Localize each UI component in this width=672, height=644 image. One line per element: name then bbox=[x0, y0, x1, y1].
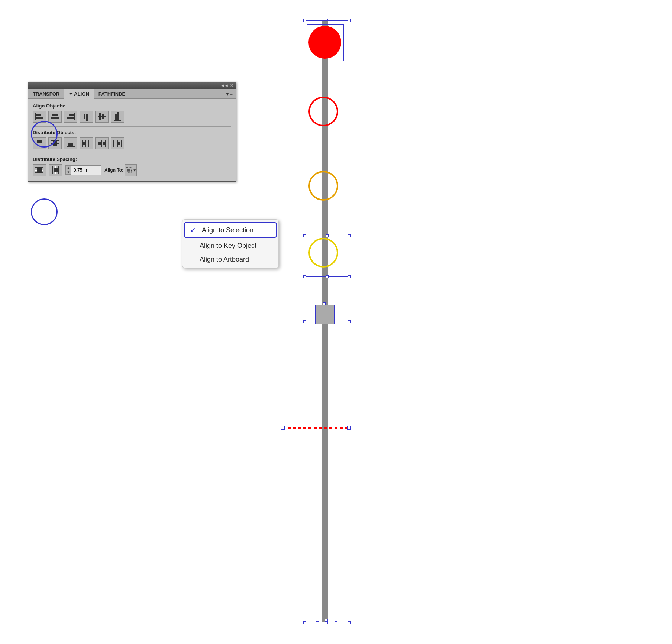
svg-rect-15 bbox=[114, 120, 121, 121]
svg-rect-2 bbox=[36, 117, 43, 119]
tab-transform[interactable]: TRANSFOR bbox=[28, 89, 64, 98]
svg-rect-4 bbox=[52, 114, 58, 116]
align-to-key-object-label: Align to Key Object bbox=[200, 242, 256, 250]
spacing-input[interactable] bbox=[71, 167, 101, 174]
svg-rect-10 bbox=[84, 114, 85, 119]
sel-handle-yellow-tl bbox=[303, 234, 306, 237]
dist-center-h-button[interactable] bbox=[95, 137, 109, 149]
svg-rect-5 bbox=[51, 117, 59, 119]
align-to-artboard-item[interactable]: Align to Artboard bbox=[182, 253, 278, 266]
spinner-down-button[interactable]: ▼ bbox=[66, 170, 71, 175]
signal-mount bbox=[315, 305, 335, 324]
align-to-selection-item[interactable]: ✓ Align to Selection bbox=[184, 222, 277, 238]
svg-rect-3 bbox=[55, 112, 55, 121]
svg-rect-31 bbox=[82, 140, 83, 147]
svg-rect-20 bbox=[35, 146, 43, 146]
svg-rect-14 bbox=[102, 114, 104, 119]
dash-handle-left bbox=[281, 426, 285, 430]
svg-rect-1 bbox=[36, 114, 41, 116]
align-to-button[interactable]: ▼ bbox=[125, 164, 137, 176]
svg-rect-36 bbox=[101, 140, 102, 147]
tab-pathfinder[interactable]: PATHFINDE bbox=[94, 89, 130, 98]
sel-box-red-filled bbox=[307, 24, 344, 61]
svg-rect-0 bbox=[35, 113, 36, 120]
dist-left-button[interactable] bbox=[80, 137, 93, 149]
divider-1 bbox=[33, 126, 231, 127]
svg-rect-34 bbox=[83, 142, 85, 145]
svg-rect-46 bbox=[37, 168, 42, 172]
distribute-spacing-label: Distribute Spacing: bbox=[33, 156, 231, 162]
svg-rect-17 bbox=[117, 112, 119, 120]
sel-handle-yellow-bc bbox=[326, 275, 329, 278]
svg-rect-13 bbox=[99, 113, 101, 120]
checkmark-icon: ✓ bbox=[190, 226, 198, 234]
align-center-vertical-button[interactable] bbox=[95, 111, 109, 123]
align-center-horizontal-button[interactable] bbox=[48, 111, 62, 123]
svg-rect-28 bbox=[67, 143, 75, 143]
svg-rect-21 bbox=[37, 140, 42, 143]
svg-rect-6 bbox=[74, 113, 75, 120]
align-top-button[interactable] bbox=[80, 111, 93, 123]
distribute-spacing-v-button[interactable] bbox=[49, 164, 62, 176]
sel-handle-yellow-tr bbox=[348, 234, 351, 237]
svg-rect-7 bbox=[69, 114, 74, 116]
svg-rect-29 bbox=[67, 146, 75, 147]
svg-rect-45 bbox=[35, 172, 43, 173]
panel-close-button[interactable]: ✕ bbox=[230, 83, 233, 88]
traffic-light-orange-outline bbox=[308, 171, 338, 201]
svg-rect-38 bbox=[98, 142, 101, 145]
svg-rect-19 bbox=[35, 143, 43, 143]
svg-rect-27 bbox=[67, 140, 75, 140]
tab-align[interactable]: ✦ ALIGN bbox=[64, 89, 94, 99]
svg-rect-52 bbox=[55, 166, 56, 168]
svg-rect-33 bbox=[88, 140, 89, 147]
sel-handle-bot-c bbox=[325, 619, 328, 622]
sel-handle-tl bbox=[303, 19, 306, 22]
svg-rect-53 bbox=[55, 172, 56, 174]
svg-rect-16 bbox=[115, 114, 117, 120]
sel-handle-yellow-tc bbox=[326, 234, 329, 237]
svg-rect-55 bbox=[127, 169, 130, 171]
spinner-up-button[interactable]: ▲ bbox=[66, 166, 71, 170]
align-bottom-button[interactable] bbox=[111, 111, 124, 123]
svg-rect-39 bbox=[103, 142, 105, 145]
align-objects-row bbox=[33, 111, 231, 123]
svg-rect-51 bbox=[54, 168, 58, 172]
traffic-light-red-outline bbox=[308, 97, 338, 126]
svg-rect-37 bbox=[105, 140, 106, 147]
svg-rect-50 bbox=[58, 166, 59, 174]
dist-top-button[interactable] bbox=[33, 137, 46, 149]
align-right-button[interactable] bbox=[64, 111, 77, 123]
svg-rect-23 bbox=[51, 143, 59, 144]
svg-rect-47 bbox=[35, 170, 37, 171]
svg-rect-11 bbox=[86, 114, 88, 121]
align-to-label: Align To: bbox=[104, 168, 123, 173]
panel-tabs: TRANSFOR ✦ ALIGN PATHFINDE ▼≡ bbox=[28, 89, 236, 99]
panel-titlebar: ◄◄ ✕ bbox=[28, 82, 236, 89]
titlebar-controls: ◄◄ ✕ bbox=[220, 83, 233, 88]
sel-handle-br bbox=[348, 621, 351, 624]
sel-handle-yellow-bl bbox=[303, 275, 306, 278]
sel-handle-mount-tc bbox=[323, 302, 326, 305]
align-to-artboard-label: Align to Artboard bbox=[200, 256, 249, 263]
spacing-input-wrap: ▲ ▼ bbox=[65, 165, 101, 175]
dist-bottom-button[interactable] bbox=[64, 137, 77, 149]
panel-menu-icon[interactable]: ▼≡ bbox=[222, 89, 236, 98]
align-objects-label: Align Objects: bbox=[33, 103, 231, 109]
svg-rect-42 bbox=[121, 140, 122, 147]
svg-rect-40 bbox=[113, 140, 114, 147]
svg-rect-9 bbox=[83, 113, 90, 113]
svg-rect-30 bbox=[68, 143, 73, 146]
sel-handle-bot-l bbox=[316, 619, 319, 622]
distribute-objects-row bbox=[33, 137, 231, 149]
svg-rect-18 bbox=[35, 140, 43, 140]
svg-rect-48 bbox=[42, 170, 43, 171]
panel-collapse-button[interactable]: ◄◄ bbox=[220, 83, 229, 88]
align-to-key-object-item[interactable]: Align to Key Object bbox=[182, 239, 278, 253]
dist-center-v-button[interactable] bbox=[48, 137, 62, 149]
distribute-spacing-h-button[interactable] bbox=[33, 164, 46, 176]
align-to-wrap: Align To: ▼ bbox=[104, 164, 137, 176]
dist-right-button[interactable] bbox=[111, 137, 124, 149]
align-left-button[interactable] bbox=[33, 111, 46, 123]
panel-body: Align Objects: bbox=[28, 99, 236, 181]
